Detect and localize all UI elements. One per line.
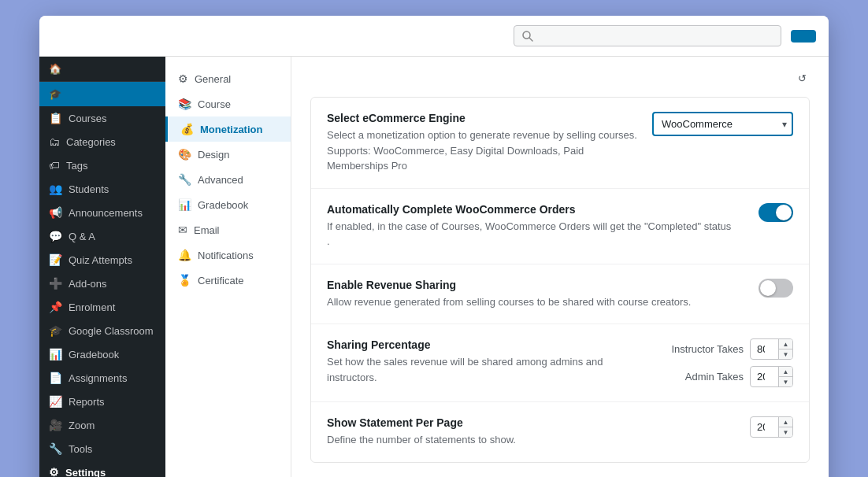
nav-icon: 📊	[49, 348, 62, 361]
sidebar-item-add-ons[interactable]: ➕Add-ons	[39, 272, 165, 295]
nav-label: Students	[69, 183, 109, 195]
number-spinners: ▲ ▼	[778, 417, 792, 437]
setting-label: Enable Revenue Sharing	[327, 279, 736, 291]
nav-icon: ➕	[49, 277, 62, 290]
subnav-item-course[interactable]: 📚Course	[165, 91, 291, 116]
nav-label: Enrolment	[69, 301, 115, 313]
sidebar-item-reports[interactable]: 📈Reports	[39, 390, 165, 413]
settings-card: Select eCommerce Engine Select a monetiz…	[310, 97, 810, 463]
subnav-item-monetization[interactable]: 💰Monetization	[165, 116, 291, 142]
subnav-icon: ✉	[178, 224, 187, 236]
toggle-auto-complete-orders[interactable]	[759, 203, 793, 222]
instructor-up-btn[interactable]: ▲	[779, 339, 792, 349]
subnav-icon: 🏅	[178, 274, 191, 287]
subnav-label: Email	[194, 224, 220, 236]
nav-label: Courses	[69, 113, 106, 124]
sidebar-item-assignments[interactable]: 📄Assignments	[39, 366, 165, 390]
nav-icon: 🎓	[49, 324, 62, 337]
search-icon	[522, 31, 533, 42]
sidebar-item-google-classroom[interactable]: 🎓Google Classroom	[39, 319, 165, 342]
instructor-down-btn[interactable]: ▼	[779, 349, 792, 359]
sidebar-item-enrolment[interactable]: 📌Enrolment	[39, 295, 165, 319]
toggle-control	[759, 279, 793, 298]
reset-to-default-link[interactable]: ↺	[798, 72, 810, 84]
settings-rows: Select eCommerce Engine Select a monetiz…	[311, 98, 809, 462]
instructor-input-wrapper: ▲ ▼	[750, 338, 793, 360]
subnav-icon: 💰	[180, 123, 194, 135]
ecommerce-engine-select[interactable]: WooCommerceEasy Digital DownloadsPaid Me…	[652, 112, 793, 136]
sidebar-item-settings[interactable]: ⚙Settings	[39, 460, 165, 477]
subnav-item-advanced[interactable]: 🔧Advanced	[165, 167, 291, 192]
toggle-slider	[759, 203, 793, 222]
subnav-item-email[interactable]: ✉Email	[165, 217, 291, 242]
content-area: ⚙General📚Course💰Monetization🎨Design🔧Adva…	[165, 57, 829, 477]
sidebar-item-students[interactable]: 👥Students	[39, 177, 165, 201]
setting-info: Sharing Percentage Set how the sales rev…	[327, 338, 652, 385]
admin-spinners: ▲ ▼	[778, 367, 792, 386]
setting-label: Select eCommerce Engine	[327, 112, 640, 124]
admin-up-btn[interactable]: ▲	[779, 367, 792, 377]
nav-label: Google Classroom	[69, 325, 154, 337]
setting-label: Show Statement Per Page	[327, 416, 736, 429]
nav-icon: 🗂	[49, 135, 60, 148]
down-btn[interactable]: ▼	[779, 427, 792, 437]
subnav-item-notifications[interactable]: 🔔Notifications	[165, 242, 291, 268]
svg-line-1	[529, 38, 532, 41]
nav-icon: ⚙	[49, 466, 59, 477]
nav-icon: 💬	[49, 230, 62, 242]
sidebar-item-courses[interactable]: 📋Courses	[39, 106, 165, 130]
toggle-revenue-sharing[interactable]	[759, 279, 793, 298]
ecommerce-dropdown-wrapper: WooCommerceEasy Digital DownloadsPaid Me…	[652, 112, 793, 136]
nav-label: Announcements	[69, 207, 143, 219]
setting-info: Select eCommerce Engine Select a monetiz…	[327, 112, 640, 174]
sidebar-item-quiz-attempts[interactable]: 📝Quiz Attempts	[39, 248, 165, 272]
subnav-icon: 🔧	[178, 173, 191, 186]
setting-info: Enable Revenue Sharing Allow revenue gen…	[327, 279, 736, 310]
admin-input-wrapper: ▲ ▼	[750, 366, 793, 387]
setting-info: Show Statement Per Page Define the numbe…	[327, 416, 736, 448]
sidebar-item-zoom[interactable]: 🎥Zoom	[39, 413, 165, 437]
nav-label: Tools	[69, 443, 92, 455]
nav-icon: 🎥	[49, 419, 62, 431]
main-header: ↺	[310, 72, 810, 84]
nav-label: Zoom	[69, 420, 95, 431]
sidebar-item-announcements[interactable]: 📢Announcements	[39, 201, 165, 224]
sidebar-item-tools[interactable]: 🔧Tools	[39, 437, 165, 460]
subnav-icon: ⚙	[178, 72, 188, 85]
nav-label: Settings	[65, 467, 106, 478]
search-input[interactable]	[538, 30, 773, 42]
subnav-item-certificate[interactable]: 🏅Certificate	[165, 268, 291, 293]
sidebar-item-q-&-a[interactable]: 💬Q & A	[39, 224, 165, 248]
subnav-item-design[interactable]: 🎨Design	[165, 142, 291, 167]
nav-label: Tags	[66, 160, 87, 172]
nav-label: Q & A	[69, 231, 95, 242]
header	[39, 16, 829, 57]
setting-label: Automatically Complete WooCommerce Order…	[327, 203, 736, 216]
instructor-number-row: Instructor Takes ▲ ▼	[665, 338, 793, 360]
subnav-item-general[interactable]: ⚙General	[165, 66, 291, 91]
sidebar-item-categories[interactable]: 🗂Categories	[39, 130, 165, 153]
sidebar-item-tags[interactable]: 🏷Tags	[39, 153, 165, 177]
main-content: ↺ Select eCommerce Engine Select a monet…	[291, 57, 829, 477]
admin-down-btn[interactable]: ▼	[779, 377, 792, 386]
setting-desc: Define the number of statements to show.	[327, 432, 736, 448]
search-bar[interactable]	[514, 25, 781, 46]
sidebar-item-dashboard[interactable]: 🏠	[39, 57, 165, 82]
instructor-spinners: ▲ ▼	[778, 339, 792, 359]
number-group: Instructor Takes ▲ ▼ Admin Takes	[665, 338, 793, 387]
dual-number-control: Instructor Takes ▲ ▼ Admin Takes	[665, 338, 793, 387]
toggle-control	[759, 203, 793, 222]
up-btn[interactable]: ▲	[779, 417, 792, 427]
nav-icon: 🏷	[49, 159, 60, 172]
toggle-knob	[776, 205, 792, 220]
save-changes-button[interactable]	[791, 30, 816, 43]
sidebar-item-tutor-lms[interactable]: 🎓	[39, 82, 165, 106]
setting-desc: Select a monetization option to generate…	[327, 128, 640, 174]
subnav-icon: 📊	[178, 198, 191, 211]
nav-label: Gradebook	[69, 349, 119, 361]
setting-label: Sharing Percentage	[327, 338, 652, 351]
sidebar-item-gradebook[interactable]: 📊Gradebook	[39, 342, 165, 366]
subnav-icon: 🔔	[178, 249, 191, 261]
sidebar: 🏠 🎓 📋Courses🗂Categories🏷Tags👥Students📢An…	[39, 57, 165, 477]
subnav-item-gradebook[interactable]: 📊Gradebook	[165, 192, 291, 217]
